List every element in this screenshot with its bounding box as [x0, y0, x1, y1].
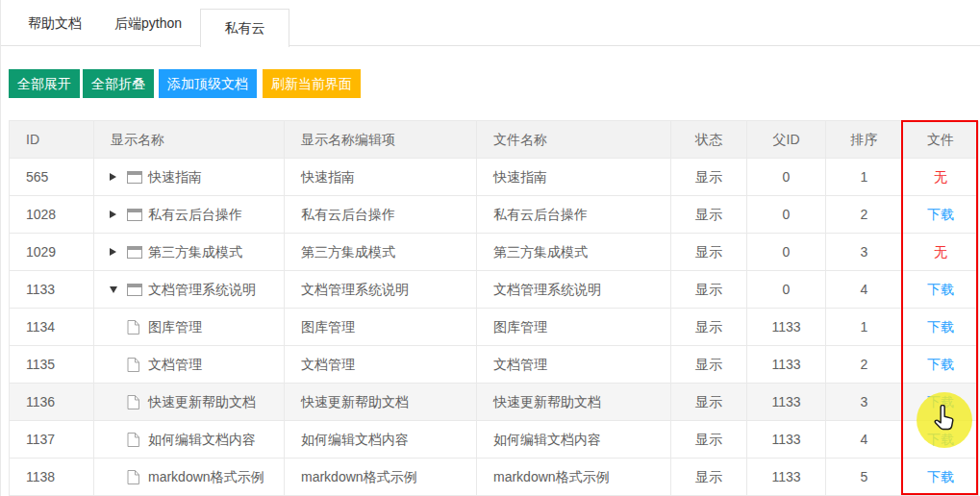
cell-file-name: 快速指南	[477, 159, 671, 196]
cell-display-name: 文档管理系统说明	[94, 271, 285, 309]
cell-file-name: 如何编辑文档内容	[477, 421, 671, 459]
cell-edit-name[interactable]: markdown格式示例	[285, 459, 477, 496]
toggle-icon[interactable]	[110, 211, 127, 218]
cell-parent-id: 1133	[747, 309, 826, 346]
documents-table: ID 显示名称 显示名称编辑项 文件名称 状态 父ID 排序 文件 565 快速…	[9, 120, 978, 496]
cell-file-link[interactable]: 下载	[903, 459, 979, 496]
add-top-doc-button[interactable]: 添加顶级文档	[159, 69, 257, 98]
cell-id: 1028	[10, 196, 94, 234]
cell-id: 1029	[10, 234, 94, 271]
triangle-glyph	[110, 211, 116, 218]
file-icon	[127, 395, 139, 409]
cell-display-name: markdown格式示例	[94, 459, 285, 496]
table-row: 1029 第三方集成模式 第三方集成模式 第三方集成模式 显示 0 3 无	[10, 234, 979, 271]
cell-status: 显示	[671, 384, 747, 421]
cell-status: 显示	[671, 421, 747, 459]
cell-file-name: 快速更新帮助文档	[477, 384, 671, 421]
column-header-id: ID	[10, 121, 94, 159]
cell-edit-name[interactable]: 文档管理系统说明	[285, 271, 477, 309]
cell-display-name: 快速指南	[94, 159, 285, 196]
file-icon	[127, 358, 139, 372]
window-icon	[127, 284, 142, 296]
node-label: markdown格式示例	[148, 459, 264, 495]
cell-file-link[interactable]: 下载	[903, 421, 979, 459]
table-row: 1137 如何编辑文档内容 如何编辑文档内容 如何编辑文档内容 显示 1133 …	[10, 421, 979, 459]
cell-file-link[interactable]: 下载	[903, 271, 979, 309]
cell-order: 1	[826, 159, 903, 196]
tab-bar: 帮助文档 后端python 私有云	[1, 0, 980, 46]
node-label: 私有云后台操作	[148, 196, 242, 233]
cell-parent-id: 1133	[747, 384, 826, 421]
toolbar: 全部展开 全部折叠 添加顶级文档 刷新当前界面	[9, 69, 361, 98]
window-icon	[127, 171, 142, 184]
cell-edit-name[interactable]: 快速指南	[285, 159, 477, 196]
cell-id: 1134	[10, 309, 94, 346]
triangle-glyph	[110, 173, 116, 181]
cell-order: 3	[826, 384, 903, 421]
column-header-file: 文件	[903, 121, 979, 159]
cell-order: 4	[826, 421, 903, 459]
table-row: 565 快速指南 快速指南 快速指南 显示 0 1 无	[10, 159, 979, 196]
collapse-all-button[interactable]: 全部折叠	[83, 69, 154, 98]
cell-edit-name[interactable]: 私有云后台操作	[285, 196, 477, 234]
table-header-row: ID 显示名称 显示名称编辑项 文件名称 状态 父ID 排序 文件	[10, 121, 979, 159]
cell-parent-id: 1133	[747, 459, 826, 496]
file-icon	[127, 470, 139, 484]
column-header-order: 排序	[826, 121, 903, 159]
triangle-glyph	[110, 286, 117, 293]
refresh-page-button[interactable]: 刷新当前界面	[263, 69, 361, 98]
cell-edit-name[interactable]: 快速更新帮助文档	[285, 384, 477, 421]
cell-file-link[interactable]: 下载	[903, 196, 979, 234]
tab-help-docs[interactable]: 帮助文档	[28, 0, 82, 46]
toggle-icon[interactable]	[110, 248, 127, 256]
file-icon	[127, 320, 139, 335]
cell-edit-name[interactable]: 文档管理	[285, 346, 477, 384]
cell-file-name: 私有云后台操作	[477, 196, 671, 234]
file-icon	[127, 433, 139, 447]
cell-display-name: 第三方集成模式	[94, 234, 285, 271]
cell-parent-id: 1133	[747, 346, 826, 384]
table-row: 1133 文档管理系统说明 文档管理系统说明 文档管理系统说明 显示 0 4 下…	[10, 271, 979, 309]
cell-file-name: 第三方集成模式	[477, 234, 671, 271]
expand-all-button[interactable]: 全部展开	[9, 69, 80, 98]
node-label: 如何编辑文档内容	[148, 421, 256, 458]
node-label: 快速指南	[148, 159, 202, 195]
table-row: 1135 文档管理 文档管理 文档管理 显示 1133 2 下载	[10, 346, 979, 384]
node-label: 图库管理	[148, 309, 202, 345]
cell-file-name: 图库管理	[477, 309, 671, 346]
column-header-edit-name: 显示名称编辑项	[285, 121, 477, 159]
cell-parent-id: 0	[747, 196, 826, 234]
node-label: 快速更新帮助文档	[148, 384, 256, 420]
toggle-icon[interactable]	[110, 173, 127, 181]
cell-edit-name[interactable]: 第三方集成模式	[285, 234, 477, 271]
tab-private-cloud[interactable]: 私有云	[200, 9, 289, 47]
table-body: 565 快速指南 快速指南 快速指南 显示 0 1 无 1028	[10, 159, 978, 496]
cell-file-link: 无	[903, 234, 979, 271]
cell-file-link[interactable]: 下载	[903, 309, 979, 346]
cell-status: 显示	[671, 159, 747, 196]
toggle-icon[interactable]	[110, 286, 127, 293]
cell-status: 显示	[671, 459, 747, 496]
table-row: 1138 markdown格式示例 markdown格式示例 markdown格…	[10, 459, 979, 496]
cell-status: 显示	[671, 234, 747, 271]
cell-display-name: 文档管理	[94, 346, 285, 384]
cell-status: 显示	[671, 196, 747, 234]
cell-status: 显示	[671, 309, 747, 346]
cell-edit-name[interactable]: 图库管理	[285, 309, 477, 346]
cell-order: 2	[826, 346, 903, 384]
cell-file-link[interactable]: 下载	[903, 384, 979, 421]
table-row: 1134 图库管理 图库管理 图库管理 显示 1133 1 下载	[10, 309, 979, 346]
cell-display-name: 如何编辑文档内容	[94, 421, 285, 459]
cell-file-name: 文档管理系统说明	[477, 271, 671, 309]
cell-display-name: 图库管理	[94, 309, 285, 346]
cell-edit-name[interactable]: 如何编辑文档内容	[285, 421, 477, 459]
cell-order: 2	[826, 196, 903, 234]
cell-status: 显示	[671, 346, 747, 384]
column-header-parent-id: 父ID	[747, 121, 826, 159]
cell-file-link[interactable]: 下载	[903, 346, 979, 384]
table-row: 1028 私有云后台操作 私有云后台操作 私有云后台操作 显示 0 2 下载	[10, 196, 979, 234]
window-icon	[127, 246, 142, 259]
cell-id: 1133	[10, 271, 94, 309]
cell-parent-id: 1133	[747, 421, 826, 459]
tab-backend-python[interactable]: 后端python	[114, 0, 182, 46]
